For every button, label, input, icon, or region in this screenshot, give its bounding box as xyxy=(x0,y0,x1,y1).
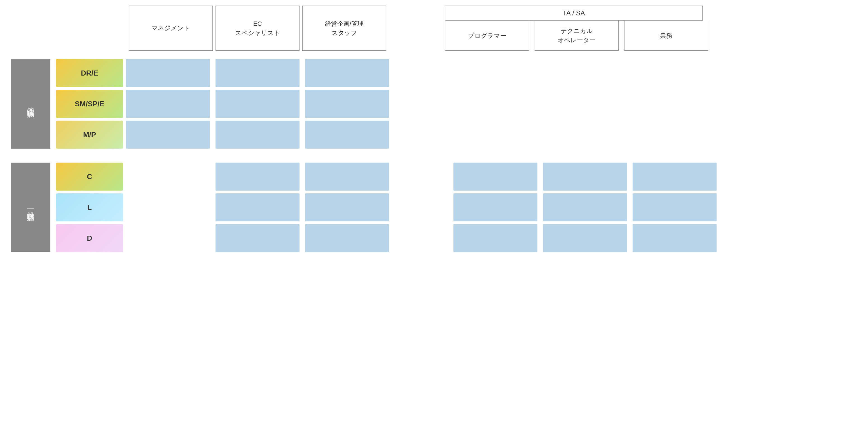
cell-d-ec xyxy=(216,224,300,252)
header-management-label: マネジメント xyxy=(151,24,190,33)
cell-mp-programmer xyxy=(454,121,537,149)
cell-dre-programmer xyxy=(454,59,537,87)
grade-mp-label: M/P xyxy=(83,130,96,139)
section-ippan-text: 一般職層 xyxy=(26,205,36,210)
cell-mp-gyomu xyxy=(632,121,717,149)
section-ippan-grades: C L xyxy=(56,163,719,252)
grade-row-smspe: SM/SP/E xyxy=(56,90,719,118)
cell-mp-technical xyxy=(543,121,627,149)
header-gap xyxy=(389,6,445,51)
cell-dre-technical xyxy=(543,59,627,87)
cell-dre-management xyxy=(126,59,210,87)
header-col-technical: テクニカル オペレーター xyxy=(535,21,619,51)
cell-smspe-programmer xyxy=(454,90,537,118)
grade-smspe-label: SM/SP/E xyxy=(75,100,104,108)
cell-c-management xyxy=(126,163,210,191)
cell-smspe-management xyxy=(126,90,210,118)
page-container: マネジメント EC スペシャリスト 経営企画/管理 スタッフ TA / SA xyxy=(0,0,868,431)
cell-d-keiei xyxy=(305,224,389,252)
cell-c-gyomu xyxy=(632,163,717,191)
cell-smspe-ec xyxy=(216,90,300,118)
row-label-space xyxy=(11,6,56,51)
cell-dre-keiei xyxy=(305,59,389,87)
header-gyomu-label: 業務 xyxy=(660,31,672,40)
cell-l-ec xyxy=(216,193,300,221)
grade-row-c: C xyxy=(56,163,719,191)
cell-c-ec xyxy=(216,163,300,191)
grade-badge-c: C xyxy=(56,163,123,191)
grade-badge-l: L xyxy=(56,193,123,221)
header-col-ec: EC スペシャリスト xyxy=(216,6,300,51)
ta-sa-label-text: TA / SA xyxy=(563,9,585,17)
cell-mp-management xyxy=(126,121,210,149)
cell-smspe-keiei xyxy=(305,90,389,118)
cell-c-technical xyxy=(543,163,627,191)
grade-badge-smspe: SM/SP/E xyxy=(56,90,123,118)
grade-badge-d: D xyxy=(56,224,123,252)
cell-mp-ec xyxy=(216,121,300,149)
cell-l-technical xyxy=(543,193,627,221)
grade-d-label: D xyxy=(87,234,92,243)
cell-c-programmer xyxy=(454,163,537,191)
header-col-programmer: プログラマー xyxy=(445,21,529,51)
header-row: マネジメント EC スペシャリスト 経営企画/管理 スタッフ TA / SA xyxy=(11,6,857,51)
grade-badge-dre: DR/E xyxy=(56,59,123,87)
grade-row-l: L xyxy=(56,193,719,221)
cell-d-management xyxy=(126,224,210,252)
ta-sa-title: TA / SA xyxy=(445,6,703,21)
section-kanri-text: 管理職層 xyxy=(26,101,36,106)
grade-c-label: C xyxy=(87,173,92,181)
header-programmer-label: プログラマー xyxy=(468,31,506,40)
grade-l-label: L xyxy=(87,203,92,212)
header-col-keiei: 経営企画/管理 スタッフ xyxy=(302,6,386,51)
section-ippan: 一般職層 C xyxy=(11,163,857,252)
cell-dre-ec xyxy=(216,59,300,87)
section-kanri-grades: DR/E SM/SP/E xyxy=(56,59,719,149)
cell-d-programmer xyxy=(454,224,537,252)
section-kanri-label: 管理職層 xyxy=(11,59,51,149)
grade-label-space xyxy=(56,6,129,51)
grid-wrapper: マネジメント EC スペシャリスト 経営企画/管理 スタッフ TA / SA xyxy=(11,6,857,252)
header-col-gyomu: 業務 xyxy=(624,21,708,51)
grade-row-d: D xyxy=(56,224,719,252)
ta-sa-group: TA / SA プログラマー テクニカル オペレーター 業務 xyxy=(445,6,703,51)
header-ec-label: EC スペシャリスト xyxy=(235,19,280,37)
ta-sa-cols: プログラマー テクニカル オペレーター 業務 xyxy=(445,21,703,51)
cell-dre-gyomu xyxy=(632,59,717,87)
cell-d-gyomu xyxy=(632,224,717,252)
grade-row-dre: DR/E xyxy=(56,59,719,87)
grade-row-mp: M/P xyxy=(56,121,719,149)
cell-l-management xyxy=(126,193,210,221)
header-technical-label: テクニカル オペレーター xyxy=(558,26,596,45)
section-ippan-label: 一般職層 xyxy=(11,163,51,252)
grade-badge-mp: M/P xyxy=(56,121,123,149)
section-kanri: 管理職層 DR/E xyxy=(11,59,857,149)
cell-smspe-gyomu xyxy=(632,90,717,118)
header-keiei-label: 経営企画/管理 スタッフ xyxy=(325,19,364,37)
cell-l-programmer xyxy=(454,193,537,221)
cell-mp-keiei xyxy=(305,121,389,149)
cell-l-gyomu xyxy=(632,193,717,221)
grade-dre-label: DR/E xyxy=(81,69,98,78)
header-col-management: マネジメント xyxy=(129,6,213,51)
cell-smspe-technical xyxy=(543,90,627,118)
cell-d-technical xyxy=(543,224,627,252)
cell-l-keiei xyxy=(305,193,389,221)
cell-c-keiei xyxy=(305,163,389,191)
